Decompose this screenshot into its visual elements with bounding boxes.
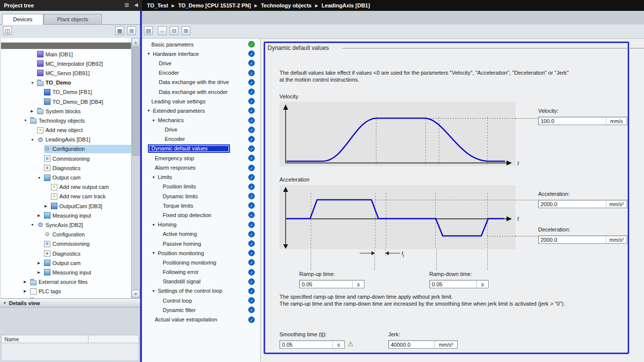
tree-item[interactable]: Commissioning: [1, 239, 131, 249]
expanded-arrow-icon[interactable]: ▼: [152, 176, 158, 179]
tree-item[interactable]: ▶Measuring input: [1, 268, 131, 277]
collapse-all-icon[interactable]: ⊟: [170, 26, 179, 35]
config-nav-item[interactable]: Dynamic filter✓: [142, 305, 260, 315]
config-nav-item[interactable]: Emergency stop✓: [142, 153, 260, 163]
jerk-input[interactable]: [389, 341, 434, 348]
smoothing-time-field[interactable]: s: [279, 340, 345, 349]
tree-item[interactable]: Add new object: [1, 126, 131, 135]
tree-item[interactable]: Configuration: [1, 230, 131, 239]
collapsed-arrow-icon[interactable]: ▶: [38, 271, 44, 274]
config-nav-item[interactable]: Drive✓: [142, 125, 260, 135]
acceleration-field[interactable]: mm/s²: [538, 200, 627, 208]
collapse-panel-icon[interactable]: ◀: [134, 2, 138, 7]
config-nav-item[interactable]: Dynamic default values✓: [142, 144, 260, 153]
expanded-arrow-icon[interactable]: ▼: [147, 52, 153, 55]
tree-item[interactable]: TO_Demo_DB [DB4]: [1, 97, 131, 106]
config-nav-item[interactable]: Encoder✓: [142, 68, 260, 78]
tree-item[interactable]: Add new cam track: [1, 192, 131, 201]
tree-item[interactable]: Add new output cam: [1, 182, 131, 192]
config-nav-item[interactable]: ▼Hardware interface✓: [142, 49, 260, 58]
tree-item[interactable]: Diagnostics: [1, 249, 131, 258]
config-nav-item[interactable]: Encoder✓: [142, 135, 260, 144]
config-nav-item[interactable]: Data exchange with encoder✓: [142, 87, 260, 96]
config-nav-item[interactable]: Control loop✓: [142, 296, 260, 305]
tree-item[interactable]: TO_Demo [FB1]: [1, 88, 131, 97]
window-layout-icon[interactable]: ◫: [3, 26, 12, 35]
fit-to-window-icon[interactable]: ↔: [158, 26, 167, 35]
tree-item[interactable]: ▶System blocks: [1, 106, 131, 116]
details-view-header[interactable]: ▼ Details view: [0, 298, 140, 308]
expanded-arrow-icon[interactable]: ▼: [31, 223, 37, 226]
config-nav-item[interactable]: Positioning monitoring✓: [142, 258, 260, 267]
config-nav-item[interactable]: Fixed stop detection✓: [142, 210, 260, 220]
scroll-down-icon[interactable]: ▼: [132, 290, 140, 298]
ramp-up-time-field[interactable]: s: [299, 280, 365, 288]
config-nav-item[interactable]: Leading value settings✓: [142, 96, 260, 106]
tab-plant-objects[interactable]: Plant objects: [44, 14, 102, 24]
functional-view-icon[interactable]: ▤: [144, 26, 153, 35]
breadcrumb-item[interactable]: LeadingAxis [DB1]: [322, 2, 370, 8]
tree-item[interactable]: ▶PLC tags: [1, 287, 131, 296]
expanded-arrow-icon[interactable]: ▼: [31, 138, 37, 141]
expanded-arrow-icon[interactable]: ▼: [152, 119, 158, 122]
collapsed-arrow-icon[interactable]: ▶: [45, 204, 51, 208]
config-nav-item[interactable]: Drive✓: [142, 58, 260, 68]
config-nav-item[interactable]: Following error✓: [142, 268, 260, 277]
collapsed-arrow-icon[interactable]: ▶: [38, 261, 44, 265]
breadcrumb-item[interactable]: TO_Demo [CPU 1515T-2 PN]: [178, 2, 251, 8]
collapsed-arrow-icon[interactable]: ▶: [38, 214, 44, 218]
config-nav-item[interactable]: Actual value extrapolation✓: [142, 315, 260, 324]
tree-item[interactable]: MC_Interpolator [OB92]: [1, 59, 131, 68]
tree-item[interactable]: MC_Servo [OB91]: [1, 68, 131, 78]
acceleration-input[interactable]: [539, 200, 606, 208]
tree-item[interactable]: ▼Output cam: [1, 173, 131, 182]
overview-icon[interactable]: ⊞: [127, 26, 136, 35]
expanded-arrow-icon[interactable]: ▼: [147, 109, 153, 112]
breadcrumb-item[interactable]: Technology objects: [261, 2, 311, 8]
config-nav-item[interactable]: ▼Settings of the control loop✓: [142, 286, 260, 296]
ramp-down-time-field[interactable]: s: [429, 280, 489, 288]
expanded-arrow-icon[interactable]: ▼: [38, 176, 44, 180]
config-nav-item[interactable]: ▼Homing✓: [142, 220, 260, 229]
scrollbar-thumb[interactable]: [132, 47, 139, 156]
tree-item[interactable]: ▶OutputCam [DB3]: [1, 201, 131, 211]
config-nav-item[interactable]: ▼Position monitoring✓: [142, 248, 260, 258]
deceleration-field[interactable]: mm/s²: [538, 235, 627, 244]
tree-item[interactable]: ▶Measuring input: [1, 211, 131, 220]
collapsed-arrow-icon[interactable]: ▶: [24, 289, 30, 293]
deceleration-input[interactable]: [539, 236, 606, 243]
tab-devices[interactable]: Devices: [2, 14, 44, 25]
ramp-down-time-input[interactable]: [430, 280, 476, 288]
config-nav-item[interactable]: Alarm responses✓: [142, 163, 260, 172]
config-nav-item[interactable]: Dynamic limits✓: [142, 191, 260, 201]
scroll-up-icon[interactable]: ▲: [132, 38, 140, 46]
expanded-arrow-icon[interactable]: ▼: [24, 119, 30, 122]
tree-item[interactable]: ▼LeadingAxis [DB1]: [1, 135, 131, 144]
config-nav-item[interactable]: Position limits✓: [142, 182, 260, 191]
config-nav-item[interactable]: ▼Mechanics✓: [142, 116, 260, 125]
ramp-up-time-input[interactable]: [300, 280, 352, 288]
tree-item[interactable]: ▼Technology objects: [1, 116, 131, 125]
expanded-arrow-icon[interactable]: ▼: [152, 223, 158, 226]
config-nav-item[interactable]: Data exchange with the drive✓: [142, 78, 260, 87]
config-nav-item[interactable]: Standstill signal✓: [142, 277, 260, 286]
tree-item[interactable]: Commissioning: [1, 154, 131, 163]
tree-item[interactable]: Diagnostics: [1, 163, 131, 173]
expand-all-icon[interactable]: ⊞: [182, 26, 190, 35]
collapsed-arrow-icon[interactable]: ▶: [24, 280, 30, 284]
config-nav-item[interactable]: ▼Extended parameters✓: [142, 106, 260, 115]
velocity-input[interactable]: [539, 117, 606, 125]
config-nav-item[interactable]: Basic parameters✓: [142, 40, 260, 49]
config-nav-item[interactable]: Torque limits✓: [142, 201, 260, 210]
tree-item[interactable]: ▶External source files: [1, 277, 131, 287]
expanded-arrow-icon[interactable]: ▼: [31, 81, 37, 85]
velocity-field[interactable]: mm/s: [538, 117, 627, 125]
jerk-field[interactable]: mm/s³: [388, 340, 458, 349]
grid-view-icon[interactable]: ▦: [115, 26, 124, 35]
breadcrumb-item[interactable]: TO_Test: [147, 2, 168, 8]
config-nav-item[interactable]: Passive homing✓: [142, 239, 260, 248]
tree-item[interactable]: Main [OB1]: [1, 49, 131, 59]
expanded-arrow-icon[interactable]: ▼: [152, 289, 158, 293]
collapsed-arrow-icon[interactable]: ▶: [31, 109, 37, 113]
expanded-arrow-icon[interactable]: ▼: [152, 251, 158, 255]
